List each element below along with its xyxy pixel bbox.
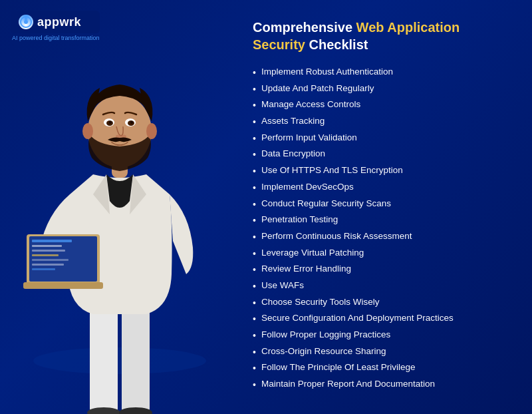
person-image <box>13 41 226 414</box>
checklist-item: •Follow Proper Logging Practices <box>253 328 513 343</box>
svg-rect-11 <box>32 245 62 247</box>
checklist-item: •Penetration Testing <box>253 213 513 228</box>
logo-icon <box>19 15 33 29</box>
bullet-icon: • <box>253 148 256 162</box>
checklist-item: •Use Of HTTPS And TLS Encryption <box>253 164 513 179</box>
checklist-item-text: Perform Continuous Risk Assessment <box>261 230 412 244</box>
bullet-icon: • <box>253 99 256 113</box>
main-container: appwrk AI powered digital transformation <box>0 0 532 414</box>
checklist: •Implement Robust Authentication•Update … <box>253 65 513 393</box>
checklist-item-text: Cross-Origin Resource Sharing <box>261 345 386 359</box>
checklist-item-text: Follow The Principle Of Least Privilege <box>261 361 416 375</box>
logo-name: appwrk <box>37 15 81 29</box>
checklist-item: •Perform Continuous Risk Assessment <box>253 230 513 245</box>
checklist-item: •Maintain Proper Report And Documentatio… <box>253 377 513 393</box>
bullet-icon: • <box>253 263 256 278</box>
checklist-item: •Secure Configuration And Deployment Pra… <box>253 311 513 327</box>
bullet-icon: • <box>253 83 256 97</box>
bullet-icon: • <box>253 345 256 360</box>
checklist-item: •Perform Input Validation <box>253 131 513 146</box>
svg-rect-4 <box>90 308 118 414</box>
logo-box: appwrk <box>11 11 100 33</box>
bullet-icon: • <box>253 230 256 245</box>
checklist-item-text: Perform Input Validation <box>261 131 357 145</box>
svg-point-28 <box>82 123 93 139</box>
checklist-item-text: Penetration Testing <box>261 213 338 227</box>
bullet-icon: • <box>253 312 256 327</box>
checklist-item: •Use WAFs <box>253 279 513 294</box>
logo-tagline: AI powered digital transformation <box>11 35 100 41</box>
checklist-item: •Choose Security Tools Wisely <box>253 296 513 311</box>
main-heading: Comprehensive Web Application Security C… <box>253 19 513 53</box>
bullet-icon: • <box>253 329 256 343</box>
svg-rect-10 <box>32 240 72 242</box>
checklist-item: •Data Encryption <box>253 147 513 162</box>
svg-rect-17 <box>23 282 103 289</box>
checklist-item: •Assets Tracking <box>253 114 513 130</box>
checklist-item-text: Review Error Handling <box>261 262 351 276</box>
svg-rect-15 <box>32 264 64 266</box>
checklist-item-text: Conduct Regular Security Scans <box>261 197 391 211</box>
bullet-icon: • <box>253 181 256 196</box>
bullet-icon: • <box>253 198 256 212</box>
checklist-item-text: Follow Proper Logging Practices <box>261 328 390 342</box>
checklist-item-text: Leverage Virtual Patching <box>261 246 364 260</box>
bullet-icon: • <box>253 361 256 376</box>
checklist-item: •Update And Patch Regularly <box>253 82 513 97</box>
svg-rect-13 <box>32 254 59 256</box>
svg-point-24 <box>109 121 112 124</box>
svg-point-1 <box>24 20 28 24</box>
checklist-item: •Follow The Principle Of Least Privilege <box>253 361 513 376</box>
bullet-icon: • <box>253 280 256 294</box>
svg-point-3 <box>33 347 206 374</box>
bullet-icon: • <box>253 66 256 81</box>
logo-area: appwrk AI powered digital transformation <box>11 11 100 41</box>
checklist-item: •Conduct Regular Security Scans <box>253 197 513 212</box>
checklist-item: •Implement Robust Authentication <box>253 65 513 81</box>
right-panel: Comprehensive Web Application Security C… <box>239 0 532 414</box>
checklist-item: •Review Error Handling <box>253 262 513 278</box>
svg-rect-16 <box>32 268 55 270</box>
checklist-item-text: Implement Robust Authentication <box>261 65 393 79</box>
checklist-item-text: Implement DevSecOps <box>261 180 354 194</box>
left-panel: appwrk AI powered digital transformation <box>0 0 239 414</box>
checklist-item-text: Assets Tracking <box>261 114 325 128</box>
svg-point-29 <box>146 123 157 139</box>
svg-rect-5 <box>122 308 150 414</box>
svg-rect-12 <box>32 250 65 252</box>
checklist-item-text: Use Of HTTPS And TLS Encryption <box>261 164 403 178</box>
checklist-item-text: Use WAFs <box>261 279 304 293</box>
bullet-icon: • <box>253 115 256 130</box>
checklist-item-text: Manage Access Controls <box>261 98 360 112</box>
bullet-icon: • <box>253 296 256 311</box>
bullet-icon: • <box>253 164 256 179</box>
checklist-item-text: Secure Configuration And Deployment Prac… <box>261 311 454 325</box>
checklist-item-text: Choose Security Tools Wisely <box>261 296 380 310</box>
bullet-icon: • <box>253 132 256 146</box>
checklist-item-text: Maintain Proper Report And Documentation <box>261 377 435 391</box>
svg-rect-14 <box>32 259 68 261</box>
checklist-item-text: Data Encryption <box>261 147 325 161</box>
heading-suffix: Checklist <box>305 37 368 52</box>
checklist-item: •Manage Access Controls <box>253 98 513 113</box>
bullet-icon: • <box>253 378 256 393</box>
checklist-item-text: Update And Patch Regularly <box>261 82 374 96</box>
bullet-icon: • <box>253 247 256 262</box>
heading-prefix: Comprehensive <box>253 20 356 35</box>
checklist-item: •Implement DevSecOps <box>253 180 513 196</box>
svg-point-25 <box>130 121 133 124</box>
bullet-icon: • <box>253 214 256 228</box>
checklist-item: •Cross-Origin Resource Sharing <box>253 345 513 360</box>
checklist-item: •Leverage Virtual Patching <box>253 246 513 262</box>
